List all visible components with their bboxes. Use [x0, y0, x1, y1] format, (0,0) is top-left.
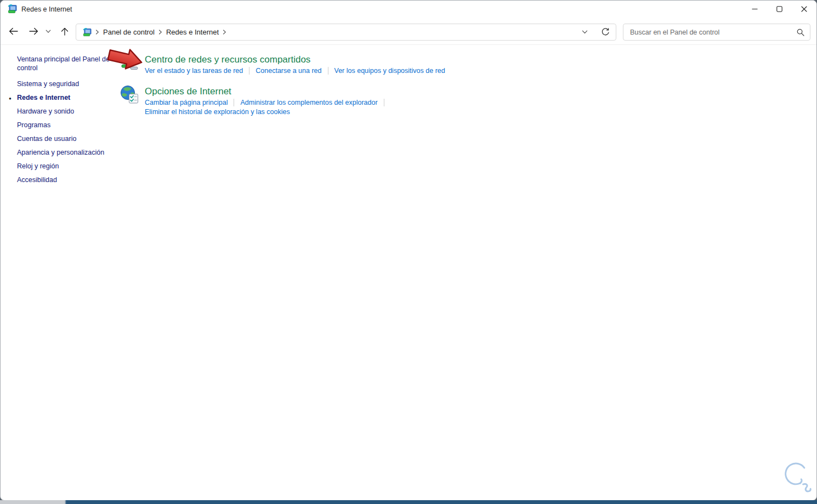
sidebar-item[interactable]: Programas — [17, 121, 110, 129]
control-panel-icon — [8, 4, 17, 14]
task-links-row: Ver el estado y las tareas de redConecta… — [145, 67, 445, 75]
forward-button[interactable] — [25, 23, 42, 39]
task-links-row: Eliminar el historial de exploración y l… — [145, 108, 390, 116]
section-title-link[interactable]: Opciones de Internet — [145, 86, 231, 97]
link-divider — [384, 99, 384, 106]
lightbulb-watermark-icon — [780, 460, 812, 496]
task-link[interactable]: Conectarse a una red — [256, 67, 321, 75]
sidebar-item-label: Apariencia y personalización — [17, 149, 104, 156]
recent-locations-button[interactable] — [42, 23, 54, 39]
link-divider — [328, 67, 328, 75]
up-arrow-icon — [61, 27, 69, 36]
toolbar: Panel de controlRedes e Internet — [1, 18, 816, 45]
breadcrumb-chevron-icon — [95, 30, 99, 35]
sidebar-item[interactable]: Accesibilidad — [17, 175, 110, 184]
refresh-button[interactable] — [595, 24, 616, 40]
link-divider — [249, 67, 249, 75]
network-sharing-center-icon[interactable] — [120, 49, 140, 71]
chevron-down-icon — [46, 30, 51, 33]
back-button[interactable] — [5, 23, 21, 39]
sidebar-item-label: Hardware y sonido — [17, 107, 74, 115]
sidebar-item-label: Programas — [17, 121, 50, 129]
sidebar-item-label: Ventana principal del Panel de control — [17, 55, 110, 72]
search-icon[interactable] — [797, 29, 804, 36]
search-box — [623, 24, 810, 41]
task-link[interactable]: Cambiar la página principal — [145, 99, 228, 106]
sidebar-item[interactable]: ●Redes e Internet — [17, 93, 110, 102]
task-link[interactable]: Ver los equipos y dispositivos de red — [334, 67, 445, 75]
back-arrow-icon — [9, 27, 18, 35]
sidebar-item-label: Redes e Internet — [17, 94, 70, 101]
sidebar-item[interactable]: Sistema y seguridad — [17, 80, 110, 88]
link-divider — [234, 99, 234, 106]
task-link[interactable]: Ver el estado y las tareas de red — [145, 67, 243, 75]
control-panel-window: Redes e Internet — [0, 0, 817, 501]
sidebar-item-label: Cuentas de usuario — [17, 135, 76, 143]
breadcrumb-item[interactable]: Redes e Internet — [166, 28, 219, 36]
sidebar-item[interactable]: Reloj y región — [17, 162, 110, 171]
internet-options-icon[interactable] — [120, 81, 140, 103]
chevron-down-icon — [582, 30, 588, 34]
maximize-button[interactable] — [767, 1, 792, 18]
breadcrumb-chevron-icon — [158, 30, 162, 35]
sidebar-item-label: Reloj y región — [17, 162, 59, 170]
active-bullet-icon: ● — [9, 94, 12, 103]
refresh-icon — [601, 28, 610, 37]
minimize-button[interactable] — [742, 1, 767, 18]
maximize-icon — [776, 6, 782, 12]
section-network-sharing-center: Centro de redes y recursos compartidos V… — [120, 49, 614, 75]
section-internet-options: Opciones de Internet Cambiar la página p… — [120, 81, 614, 116]
breadcrumb-chevron-icon — [223, 30, 226, 35]
task-link[interactable]: Eliminar el historial de exploración y l… — [145, 108, 290, 116]
breadcrumb: Panel de controlRedes e Internet — [92, 28, 230, 36]
address-dropdown-button[interactable] — [574, 24, 595, 40]
task-links-row: Cambiar la página principalAdministrar l… — [145, 99, 390, 106]
sidebar-item-label: Accesibilidad — [17, 176, 57, 184]
section-title-link[interactable]: Centro de redes y recursos compartidos — [145, 54, 310, 65]
sidebar-item[interactable]: Hardware y sonido — [17, 107, 110, 116]
breadcrumb-item[interactable]: Panel de control — [103, 28, 155, 36]
main-content: Centro de redes y recursos compartidos V… — [120, 49, 614, 122]
sidebar-item[interactable]: Ventana principal del Panel de control — [17, 55, 110, 72]
desktop-edge-strip — [0, 500, 817, 504]
minimize-icon — [752, 6, 758, 12]
sidebar-item[interactable]: Apariencia y personalización — [17, 148, 110, 157]
control-panel-icon — [83, 28, 92, 37]
task-link[interactable]: Administrar los complementos del explora… — [240, 99, 377, 106]
forward-arrow-icon — [29, 27, 38, 35]
address-bar[interactable]: Panel de controlRedes e Internet — [76, 24, 616, 41]
sidebar: Ventana principal del Panel de controlSi… — [17, 55, 110, 189]
up-button[interactable] — [56, 23, 73, 39]
close-button[interactable] — [792, 1, 816, 18]
window-title: Redes e Internet — [21, 5, 72, 13]
search-input[interactable] — [630, 29, 797, 36]
sidebar-item[interactable]: Cuentas de usuario — [17, 134, 110, 143]
sidebar-item-label: Sistema y seguridad — [17, 80, 79, 88]
close-icon — [801, 6, 807, 12]
titlebar: Redes e Internet — [1, 1, 816, 18]
